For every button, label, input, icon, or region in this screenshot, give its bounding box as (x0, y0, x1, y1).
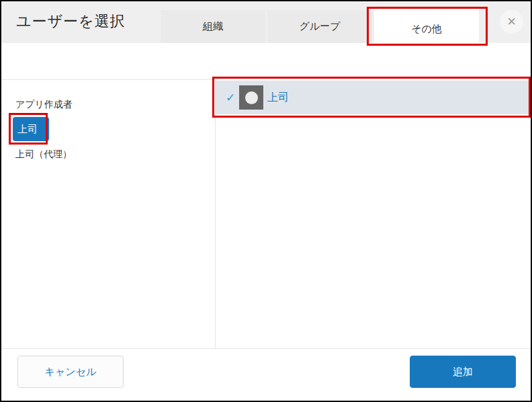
tab-organization[interactable]: 組織 (161, 10, 265, 43)
list-item-supervisor-selected[interactable]: 上司 (13, 117, 49, 141)
tab-other-active[interactable]: その他 (374, 8, 479, 50)
cancel-button[interactable]: キャンセル (17, 356, 124, 388)
add-button[interactable]: 追加 (410, 356, 516, 388)
list-item-supervisor-proxy[interactable]: 上司（代理） (15, 149, 72, 161)
close-icon: ✕ (506, 16, 516, 28)
tab-group[interactable]: グループ (267, 10, 372, 43)
selected-user-label[interactable]: 上司 (267, 91, 289, 105)
user-avatar (239, 85, 263, 110)
list-item-app-creator[interactable]: アプリ作成者 (15, 99, 73, 111)
dialog-title: ユーザーを選択 (16, 11, 126, 32)
check-icon: ✓ (224, 91, 237, 105)
selected-user-row[interactable]: ✓ 上司 (215, 81, 531, 114)
user-select-dialog: ユーザーを選択 組織 グループ その他 ✕ アプリ作成者 上司 上司（代理） ✓… (0, 0, 532, 402)
footer-divider (1, 348, 531, 349)
panel-vertical-divider (215, 79, 216, 348)
close-button[interactable]: ✕ (500, 10, 523, 34)
tab-other-label: その他 (411, 23, 442, 36)
tab-group-label: グループ (299, 20, 340, 33)
avatar-placeholder-circle (245, 91, 258, 104)
tab-organization-label: 組織 (203, 20, 223, 33)
dialog-header: ユーザーを選択 組織 グループ その他 ✕ (1, 1, 531, 43)
left-panel-top-divider (1, 79, 215, 80)
